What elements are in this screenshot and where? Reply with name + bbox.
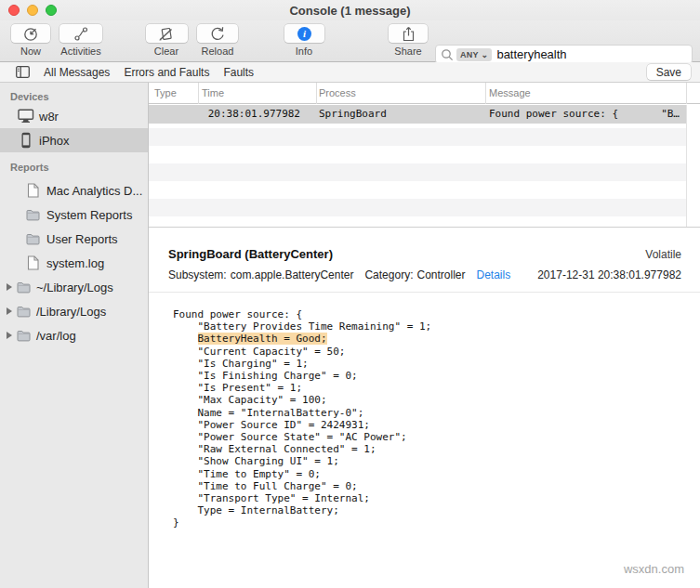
sidebar-item-user-library-logs[interactable]: ~/Library/Logs <box>0 275 148 299</box>
folder-icon <box>26 233 40 245</box>
sidebar-item-label: Mac Analytics D... <box>46 184 142 198</box>
column-divider[interactable] <box>198 83 199 104</box>
filter-errors-and-faults[interactable]: Errors and Faults <box>124 66 209 79</box>
now-icon <box>22 26 40 42</box>
sidebar-item-var-log[interactable]: /var/log <box>0 323 148 347</box>
log-content: Type Time Process Message 20:38:01.97798… <box>149 83 700 588</box>
sidebar-section-devices: Devices <box>0 89 148 104</box>
column-divider[interactable] <box>686 83 687 104</box>
table-right-edge <box>686 105 687 227</box>
filter-all-messages[interactable]: All Messages <box>44 66 110 79</box>
sidebar-item-label: System Reports <box>46 208 132 222</box>
info-icon: i <box>297 26 312 42</box>
category-value: Controller <box>416 268 465 281</box>
disclosure-triangle-icon[interactable] <box>7 307 12 315</box>
subsystem-value: com.apple.BatteryCenter <box>231 268 354 281</box>
sidebar-item-user-reports[interactable]: User Reports <box>0 227 148 251</box>
filter-faults[interactable]: Faults <box>223 66 254 79</box>
activities-icon <box>73 26 89 42</box>
search-filter-token[interactable]: ANY ⌄ <box>456 48 492 61</box>
search-icon <box>441 48 454 61</box>
sidebar-item-label: ~/Library/Logs <box>36 281 113 294</box>
column-header-time[interactable]: Time <box>202 87 224 98</box>
column-divider[interactable] <box>316 83 317 104</box>
table-header: Type Time Process Message <box>149 83 700 104</box>
disclosure-triangle-icon[interactable] <box>7 332 12 339</box>
sidebar-item-system-log[interactable]: system.log <box>0 251 148 275</box>
sidebar-item-label: iPhox <box>39 134 70 148</box>
clear-label: Clear <box>145 46 188 57</box>
save-button[interactable]: Save <box>647 64 691 80</box>
category-label: Category: <box>364 268 413 281</box>
table-row-selected[interactable]: 20:38:01.977982 SpringBoard Found power … <box>149 105 686 124</box>
folder-icon <box>17 281 31 294</box>
details-link[interactable]: Details <box>477 268 511 281</box>
clear-icon <box>157 26 176 42</box>
row-process: SpringBoard <box>319 108 387 120</box>
disclosure-triangle-icon[interactable] <box>7 283 12 291</box>
activities-label: Activities <box>57 46 105 57</box>
sidebar-item-label: system.log <box>46 256 104 270</box>
sidebar-item-system-reports[interactable]: System Reports <box>0 203 148 227</box>
iphone-icon <box>18 132 34 149</box>
reload-button[interactable]: Reload <box>196 24 239 57</box>
share-icon <box>401 26 416 42</box>
sidebar-item-label: w8r <box>39 110 59 124</box>
folder-icon <box>17 330 31 342</box>
row-message: Found power source: {"B… <box>489 108 682 120</box>
activities-button[interactable]: Activities <box>57 24 105 57</box>
log-text-after: "Current Capacity" = 50; "Is Charging" =… <box>173 346 407 529</box>
document-icon <box>26 255 40 270</box>
detail-pane: SpringBoard (BatteryCenter) Volatile Sub… <box>149 227 700 588</box>
sidebar-item-mac-analytics[interactable]: Mac Analytics D... <box>0 178 148 203</box>
column-header-message[interactable]: Message <box>489 87 531 98</box>
sidebar: Devices w8r iPhox Reports <box>0 83 149 588</box>
column-header-process[interactable]: Process <box>319 87 356 98</box>
info-button[interactable]: i Info <box>284 24 324 57</box>
sidebar-item-library-logs[interactable]: /Library/Logs <box>0 299 148 323</box>
sidebar-section-reports: Reports <box>0 160 148 175</box>
row-time: 20:38:01.977982 <box>198 108 300 120</box>
search-field[interactable]: ANY ⌄ <box>435 45 693 64</box>
filterbar: All Messages Errors and Faults Faults Sa… <box>0 62 700 83</box>
now-button[interactable]: Now <box>9 24 52 57</box>
clear-button[interactable]: Clear <box>145 24 188 57</box>
volatile-badge: Volatile <box>645 248 681 261</box>
sidebar-item-label: /Library/Logs <box>36 305 106 319</box>
sidebar-toggle-icon <box>16 66 30 78</box>
search-input[interactable] <box>496 47 687 61</box>
column-header-type[interactable]: Type <box>154 87 177 98</box>
detail-timestamp: 2017-12-31 20:38:01.977982 <box>537 268 681 281</box>
empty-rows <box>149 128 686 226</box>
detail-title: SpringBoard (BatteryCenter) <box>168 247 333 261</box>
document-icon <box>26 183 40 198</box>
watermark: wsxdn.com <box>624 562 684 576</box>
sidebar-item-iphox[interactable]: iPhox <box>0 128 148 152</box>
toolbar: Now Activities <box>0 20 700 62</box>
reload-label: Reload <box>196 46 239 57</box>
log-message-text: Found power source: { "Battery Provides … <box>173 308 700 529</box>
subsystem-label: Subsystem: <box>168 268 227 281</box>
desktop-icon <box>18 109 34 124</box>
now-label: Now <box>9 46 52 57</box>
sidebar-toggle-button[interactable] <box>16 66 30 78</box>
share-button[interactable]: Share <box>388 24 429 57</box>
info-label: Info <box>284 46 324 57</box>
log-highlighted-match: BatteryHealth = Good; <box>198 333 327 345</box>
column-divider[interactable] <box>485 83 486 104</box>
folder-icon <box>26 209 40 221</box>
detail-divider <box>149 292 700 293</box>
sidebar-item-label: User Reports <box>46 232 118 246</box>
sidebar-item-label: /var/log <box>36 329 76 343</box>
titlebar: Console (1 message) <box>0 0 700 20</box>
reload-icon <box>209 26 226 42</box>
share-label: Share <box>388 46 429 57</box>
console-window: Console (1 message) Now <box>0 0 700 588</box>
sidebar-item-w8r[interactable]: w8r <box>0 104 148 128</box>
table-body: 20:38:01.977982 SpringBoard Found power … <box>149 105 700 227</box>
window-title: Console (1 message) <box>0 4 700 18</box>
folder-icon <box>17 306 31 318</box>
